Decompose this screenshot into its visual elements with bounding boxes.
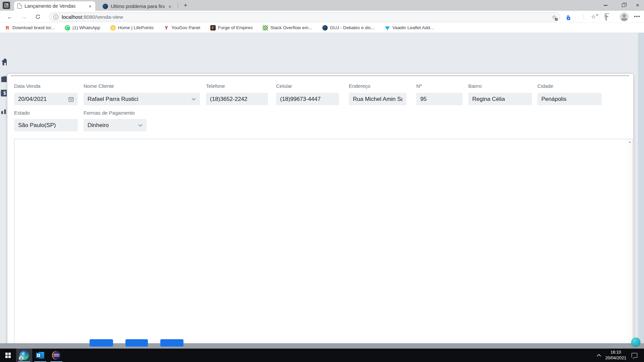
settings-menu-button[interactable]: ••• [634,13,640,19]
guj-icon [322,25,328,31]
clock-time: 16:10 [605,350,627,355]
add-favorite-icon[interactable]: ☆ [552,14,556,20]
endereco-field[interactable]: Rua Michel Amin Sader [349,93,407,105]
page-favicon-icon [17,3,22,9]
formas-pagamento-select[interactable]: Dinheiro [84,119,147,131]
r-letter-icon: R [5,25,10,31]
start-button[interactable] [0,349,16,362]
sidebar-item-clients[interactable] [0,74,7,84]
telefone-field[interactable]: (18)3652-2242 [206,93,268,105]
scroll-up-icon[interactable]: ▲ [629,140,631,143]
eclipse-icon [52,351,61,360]
toolbar-divider [584,14,584,19]
back-button[interactable]: ← [5,13,15,21]
new-tab-button[interactable]: + [181,2,190,9]
field-label: Celular [276,83,292,89]
bookmark-item[interactable]: Vaadin Leaflet Add... [385,25,434,31]
favorites-button[interactable]: ☆ [591,14,596,20]
stackoverflow-icon [263,25,268,31]
tab-title: Lançamento de Vendas [24,3,85,9]
tab-actions-menu-button[interactable] [3,2,10,9]
items-grid[interactable]: ▲ ▼ [14,139,633,359]
close-window-button[interactable]: × [631,0,644,11]
nome-cliente-select[interactable]: Rafael Parra Rustici [84,93,200,105]
taskbar-clock[interactable]: 16:10 20/04/2021 [604,349,628,362]
collections-button[interactable] [606,15,606,21]
collections-icon [606,14,606,21]
bookmarks-bar: RDownload brasil tor... (1) WhatsApp Hom… [0,23,644,33]
tab-divider [178,3,178,8]
bookmark-item[interactable]: GUJ - Debates e dis... [322,25,375,31]
edge-icon [19,351,29,360]
profile-avatar[interactable] [620,12,629,21]
translate-button[interactable]: A [566,14,570,20]
field-label: Data Venda [14,83,40,89]
show-hidden-icons-button[interactable] [594,349,604,362]
venda-form-card: Data Venda Nome Cliente Telefone Celular… [7,74,633,362]
tab-lancamento-de-vendas[interactable]: Lançamento de Vendas × [14,1,95,11]
tab-ultimo-problema[interactable]: Ultimo problema para finalizar m × [99,2,175,11]
guj-favicon-icon [103,4,108,9]
dev-tools-fab[interactable] [631,338,640,347]
data-venda-field[interactable]: 20/04/2021 [14,93,78,105]
field-label: Formas de Pagamento [84,110,135,116]
action-center-button[interactable] [629,349,639,362]
windows-taskbar: 16:10 20/04/2021 [0,349,644,362]
celular-field[interactable]: (18)99673-4447 [276,93,339,105]
web-page: $ Data Venda Nome Cliente Telefone Celul… [0,33,644,349]
taskbar-eclipse-button[interactable] [48,349,64,362]
browser-titlebar: Lançamento de Vendas × Ultimo problema p… [0,0,644,11]
chevron-up-icon [597,354,601,357]
cidade-field[interactable]: Penápolis [537,93,602,105]
refresh-button[interactable] [33,13,43,21]
bookmark-item[interactable]: (1) WhatsApp [65,25,100,31]
taskbar-edge-button[interactable] [16,349,32,362]
whatsapp-icon [65,25,70,31]
bookmark-item[interactable]: Home | LifePoints [110,25,154,31]
site-info-icon[interactable]: i [53,14,58,19]
clipped-button[interactable] [90,339,113,347]
sidebar-item-home[interactable] [0,57,7,68]
grid-scrollbar[interactable]: ▲ ▼ [627,139,632,359]
forward-button[interactable]: → [19,13,29,21]
field-label: Telefone [206,83,225,89]
url-text: localhost:8080/venda-view [62,14,123,20]
bookmark-item[interactable]: RDownload brasil tor... [5,25,55,31]
clipped-button[interactable] [125,339,148,347]
restore-button[interactable] [616,0,631,11]
minimize-button[interactable] [598,0,613,11]
page-scrollbar[interactable] [638,33,644,349]
clock-date: 20/04/2021 [605,355,627,361]
forge-icon: F [210,25,216,31]
bookmark-item[interactable]: FForge of Empires [210,25,253,31]
bairro-field[interactable]: Regina Célia [468,93,532,105]
address-bar[interactable]: i localhost:8080/venda-view ☆ [49,12,560,21]
estado-field[interactable]: São Paulo(SP) [14,119,78,131]
chevron-down-icon[interactable] [192,98,196,101]
field-label: Nº [416,83,422,89]
sidebar-item-reports[interactable] [0,105,7,116]
vaadin-icon [385,25,390,31]
refresh-icon [35,14,41,19]
clipped-button[interactable] [160,339,183,347]
tab-close-icon[interactable]: × [167,4,172,9]
field-label: Bairro [468,83,482,89]
bar-chart-icon [0,105,7,115]
chevron-down-icon[interactable] [138,124,143,127]
numero-field[interactable]: 95 [416,93,463,105]
calendar-icon[interactable] [68,97,74,102]
field-label: Nome Cliente [84,83,114,89]
bookmark-item[interactable]: YYouGov Panel [164,25,200,31]
taskbar-outlook-button[interactable] [32,349,48,362]
sidebar-item-sales[interactable]: $ [0,88,7,99]
desktop-screen: Lançamento de Vendas × Ultimo problema p… [0,0,644,362]
tab-title: Ultimo problema para finalizar m [111,4,165,9]
tab-close-icon[interactable]: × [88,3,93,9]
field-label: Endereço [349,83,370,89]
field-label: Estado [14,110,30,116]
favorites-icon: ☆ [591,14,596,19]
home-icon [0,57,7,67]
bookmark-item[interactable]: Stack Overflow em... [263,25,312,31]
outlook-icon [36,351,45,359]
yougov-icon: Y [164,25,169,31]
